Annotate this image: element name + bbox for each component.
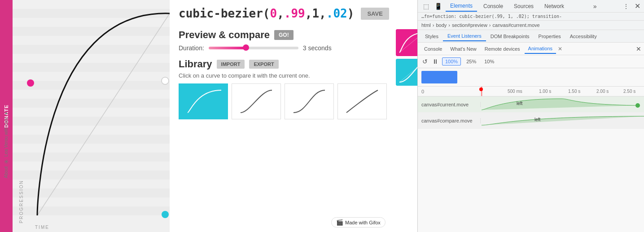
tab-properties[interactable]: Properties [534,32,565,41]
time-marker-1-5s: 1.50 s [568,89,580,94]
breadcrumb-bar: html › body › section#preview › canvas#c… [418,21,644,30]
speed-25-button[interactable]: 25% [464,58,479,65]
library-desc: Click on a curve to compare it with the … [179,72,387,79]
drawer-whats-new-tab[interactable]: What's New [447,44,480,53]
breadcrumb-html[interactable]: html [421,22,431,28]
time-marker-1s: 1.00 s [539,89,551,94]
library-item-4[interactable] [337,83,387,119]
preview-card-pink[interactable] [396,29,417,56]
bezier-canvas-area: PROGRESSION TIME [13,0,174,232]
devtools-close-button[interactable]: ✕ [635,2,640,10]
library-item-3[interactable] [285,83,334,119]
breadcrumb-canvas[interactable]: canvas#current.move [493,22,540,28]
anim-controls: ↺ ⏸ 100% 25% 10% [418,55,644,68]
more-tabs-button[interactable]: » [593,3,597,10]
lib-curve-1 [183,86,223,117]
svg-rect-8 [13,153,172,162]
svg-point-13 [27,79,34,87]
tab-network[interactable]: Network [540,1,569,11]
about-link[interactable]: About ✳ Lea Verou with care ♥ [3,111,10,178]
timeline-bar-area-2[interactable]: left [481,113,644,128]
drawer-animations-tab[interactable]: Animations [525,44,556,54]
drawer-close-button[interactable]: ✕ [636,45,641,53]
duration-thumb[interactable] [243,44,249,51]
go-button[interactable]: GO! [274,30,294,40]
speed-10-button[interactable]: 10% [482,58,497,65]
import-button[interactable]: IMPORT [217,60,245,69]
duration-slider[interactable] [209,47,298,49]
timeline-curve-2 [481,113,644,129]
tab-elements[interactable]: Elements [446,1,477,12]
controls-panel: cubic-bezier(0,.99,1,.02) SAVE Preview &… [170,0,417,232]
drawer-remote-devices-tab[interactable]: Remote devices [481,44,524,53]
svg-rect-10 [13,188,172,197]
timeline-area: 0 500 ms 1.00 s 1.50 s 2.00 s 2.50 s 3.0… [418,87,644,232]
timeline-curve-1 [481,96,644,113]
time-marker-2-5s: 2.50 s [623,89,635,94]
progression-label: PROGRESSION [19,180,24,223]
timeline-label-1: canvas#current.move [418,102,481,107]
svg-rect-0 [13,9,172,18]
code-snippet: …fn=function: cubic-bezier(.99, 1, .02);… [418,13,644,21]
devtools-menu-button[interactable]: ⋮ [621,2,631,11]
timeline-label-2: canvas#compare.move [418,118,481,123]
save-button[interactable]: SAVE [361,8,389,20]
timeline-time-col[interactable]: 500 ms 1.00 s 1.50 s 2.00 s 2.50 s 3.00 … [481,87,644,96]
speed-100-button[interactable]: 100% [442,57,461,66]
svg-rect-18 [396,59,417,86]
svg-rect-6 [13,117,172,126]
breadcrumb-section[interactable]: section#preview [452,22,487,28]
svg-point-14 [162,77,169,84]
duration-row: Duration: 3 seconds [179,44,387,52]
devtools-topbar: ⬚ 📱 Elements Console Sources Network » ⋮… [418,0,644,13]
svg-rect-9 [13,171,172,179]
svg-point-21 [635,103,640,108]
play-pause-button[interactable]: ⏸ [431,57,439,66]
timeline-row-1: canvas#current.move left [418,96,644,113]
tab-console[interactable]: Console [479,1,508,11]
animations-close-icon[interactable]: ✕ [558,46,562,52]
tab-event-listeners[interactable]: Event Listeners [443,31,486,41]
controls-inner: Preview & compare GO! Duration: 3 second… [179,29,408,119]
time-zero: 0 [421,89,424,94]
library-item-2[interactable] [232,83,281,119]
export-button[interactable]: EXPORT [249,60,278,69]
time-label: TIME [35,225,49,230]
svg-point-15 [162,211,169,218]
time-marker-500: 500 ms [508,89,522,94]
svg-rect-3 [13,63,172,72]
breadcrumb-body[interactable]: body [436,22,447,28]
timeline-text-1: left [517,101,522,106]
svg-rect-4 [13,81,172,90]
sidebar: DONATE About ✳ Lea Verou with care ♥ [0,0,13,232]
library-items [179,83,387,119]
library-item-1[interactable] [179,83,228,119]
console-drawer: Console What's New Remote devices Animat… [418,43,644,55]
tab-accessibility[interactable]: Accessibility [565,32,601,41]
inspect-icon-button[interactable]: ⬚ [421,2,431,11]
replay-button[interactable]: ↺ [421,57,429,66]
anim-preview-box [421,71,457,83]
svg-rect-11 [13,206,172,215]
devtools-panel: ⬚ 📱 Elements Console Sources Network » ⋮… [417,0,644,232]
preview-title: Preview & compare GO! [179,29,387,41]
anim-preview-area [418,68,644,87]
svg-rect-5 [13,99,172,108]
lib-curve-2 [236,86,276,117]
time-marker-2s: 2.00 s [596,89,609,94]
svg-line-12 [37,13,170,215]
playhead-dot [479,88,483,91]
svg-rect-7 [13,135,172,144]
tab-sources[interactable]: Sources [509,1,538,11]
preview-thumbnails [396,29,417,119]
timeline-bar-area-1[interactable]: left [481,96,644,112]
drawer-console-tab[interactable]: Console [421,44,446,53]
tab-dom-breakpoints[interactable]: DOM Breakpoints [486,32,534,41]
library-title: Library IMPORT EXPORT [179,58,387,70]
timeline-text-2: left [534,117,540,122]
preview-section: Preview & compare GO! Duration: 3 second… [179,29,387,119]
tab-styles[interactable]: Styles [421,32,443,41]
preview-card-teal[interactable] [396,59,417,86]
mobile-icon-button[interactable]: 📱 [433,2,444,11]
main-content: PROGRESSION TIME cubic-bezier(0,.99,1,.0… [13,0,417,232]
